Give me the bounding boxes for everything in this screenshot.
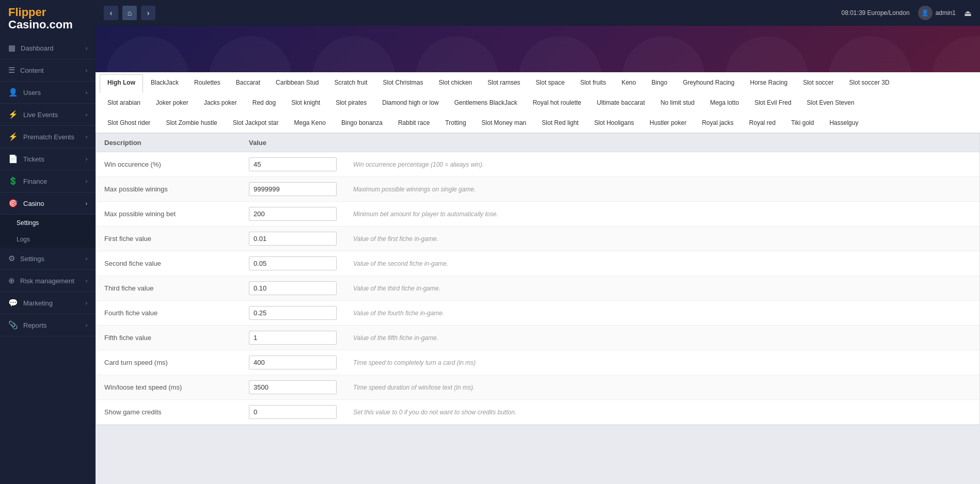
game-tab-royal-red[interactable]: Royal red (741, 115, 783, 131)
game-tab-slot-fruits[interactable]: Slot fruits (573, 74, 614, 90)
game-tab-joker-poker[interactable]: Joker poker (148, 94, 196, 110)
game-tab-greyhound-racing[interactable]: Greyhound Racing (675, 74, 742, 90)
value-input-show-game-credits[interactable] (249, 405, 337, 419)
row-description-fifth-fiche: Fifth fiche value (96, 326, 241, 350)
table-row: First fiche valueValue of the first fich… (96, 227, 979, 251)
game-tab-diamond-high-low[interactable]: Diamond high or low (374, 94, 446, 110)
arrow-icon: › (86, 179, 87, 184)
game-tab-slot-knight[interactable]: Slot knight (283, 94, 328, 110)
row-description-second-fiche: Second fiche value (96, 251, 241, 276)
sidebar-sub-item-settings[interactable]: Settings (0, 215, 96, 231)
topbar-left: ‹ ⌂ › (104, 6, 155, 20)
game-tab-roulettes[interactable]: Roulettes (186, 74, 228, 90)
game-tab-slot-evil-fred[interactable]: Slot Evil Fred (747, 94, 799, 110)
game-tab-baccarat[interactable]: Baccarat (228, 74, 268, 90)
game-tab-royal-hot-roulette[interactable]: Royal hot roulette (525, 94, 589, 110)
game-tab-scratch-fruit[interactable]: Scratch fruit (326, 74, 375, 90)
settings-table-container: Description Value Win occurence (%)Win o… (96, 133, 980, 425)
game-tab-gentlemens-blackjack[interactable]: Gentlemens BlackJack (447, 94, 525, 110)
settings-icon: ⚙ (8, 254, 15, 263)
game-tab-slot-ghost-rider[interactable]: Slot Ghost rider (100, 115, 158, 131)
game-tab-ultimate-baccarat[interactable]: Ultimate baccarat (589, 94, 653, 110)
value-input-win-occurrence[interactable] (249, 157, 337, 171)
forward-button[interactable]: › (141, 6, 155, 20)
game-tab-slot-soccer[interactable]: Slot soccer (795, 74, 841, 90)
game-tab-bingo-bonanza[interactable]: Bingo bonanza (334, 115, 390, 131)
game-tab-rabbit-race[interactable]: Rabbit race (390, 115, 437, 131)
topbar-time: 08:01:39 Europe/London (842, 9, 910, 17)
value-input-max-winnings[interactable] (249, 182, 337, 196)
value-input-win-loose-text-speed[interactable] (249, 380, 337, 394)
sidebar-label-users: Users (23, 89, 41, 96)
sidebar-item-dashboard[interactable]: ▦ Dashboard › (0, 37, 96, 59)
game-tab-caribbean-stud[interactable]: Caribbean Stud (268, 74, 326, 90)
sidebar-sub-item-logs[interactable]: Logs (0, 231, 96, 248)
row-value-cell-fourth-fiche (241, 301, 345, 326)
game-tab-bingo[interactable]: Bingo (644, 74, 675, 90)
game-tab-slot-jackpot-star[interactable]: Slot Jackpot star (225, 115, 287, 131)
game-tab-slot-christmas[interactable]: Slot Christmas (375, 74, 431, 90)
value-input-max-winning-bet[interactable] (249, 207, 337, 221)
col-hint (345, 134, 979, 152)
game-tab-blackjack[interactable]: BlackJack (143, 74, 186, 90)
sidebar-nav: ▦ Dashboard › ☰ Content › 👤 Users › ⚡ (0, 37, 96, 484)
game-tab-tiki-gold[interactable]: Tiki gold (783, 115, 821, 131)
game-tab-high-low[interactable]: High Low (100, 74, 143, 93)
table-row: Card turn speed (ms)Time speed to comple… (96, 350, 979, 375)
sidebar-item-prematch-events[interactable]: ⚡ Prematch Events › (0, 126, 96, 148)
sidebar-item-casino[interactable]: 🎯 Casino › (0, 192, 96, 215)
logout-icon[interactable]: ⏏ (964, 8, 972, 18)
settings-table: Description Value Win occurence (%)Win o… (96, 134, 979, 425)
game-tabs-row2: Slot arabianJoker pokerJacks pokerRed do… (100, 92, 976, 112)
row-value-cell-win-occurrence (241, 152, 345, 177)
game-tab-red-dog[interactable]: Red dog (245, 94, 283, 110)
value-input-third-fiche[interactable] (249, 281, 337, 295)
sidebar-item-reports[interactable]: 📎 Reports › (0, 314, 96, 336)
game-tab-slot-arabian[interactable]: Slot arabian (100, 94, 148, 110)
logo: FlipperCasino.com (0, 0, 96, 37)
row-hint-fourth-fiche: Value of the fourth fiche in-game. (345, 301, 979, 326)
arrow-icon: › (86, 134, 87, 140)
game-tab-horse-racing[interactable]: Horse Racing (742, 74, 795, 90)
sidebar-item-marketing[interactable]: 💬 Marketing › (0, 292, 96, 314)
game-tab-slot-chicken[interactable]: Slot chicken (431, 74, 480, 90)
sidebar-item-tickets[interactable]: 📄 Tickets › (0, 148, 96, 170)
game-tab-mega-lotto[interactable]: Mega lotto (702, 94, 747, 110)
sidebar-item-finance[interactable]: 💲 Finance › (0, 170, 96, 192)
game-tab-slot-hooligans[interactable]: Slot Hooligans (587, 115, 642, 131)
game-tab-mega-keno[interactable]: Mega Keno (286, 115, 333, 131)
row-hint-win-loose-text-speed: Time speed duration of win/lose text (in… (345, 375, 979, 400)
game-tab-royal-jacks[interactable]: Royal jacks (694, 115, 741, 131)
value-input-card-turn-speed[interactable] (249, 356, 337, 369)
game-tab-slot-zombie-hustle[interactable]: Slot Zombie hustle (158, 115, 225, 131)
game-tab-no-limit-stud[interactable]: No limit stud (653, 94, 702, 110)
game-tab-slot-ramses[interactable]: Slot ramses (480, 74, 528, 90)
sidebar-item-risk[interactable]: ⊕ Risk management › (0, 270, 96, 292)
sidebar-label-marketing: Marketing (23, 299, 53, 307)
sidebar-item-live-events[interactable]: ⚡ Live Events › (0, 104, 96, 126)
game-tab-slot-pirates[interactable]: Slot pirates (328, 94, 374, 110)
game-tab-trotting[interactable]: Trotting (437, 115, 473, 131)
back-button[interactable]: ‹ (104, 6, 118, 20)
game-tab-hustler-poker[interactable]: Hustler poker (642, 115, 694, 131)
value-input-fifth-fiche[interactable] (249, 331, 337, 345)
home-button[interactable]: ⌂ (122, 6, 137, 20)
game-tab-slot-space[interactable]: Slot space (528, 74, 573, 90)
sidebar-item-content[interactable]: ☰ Content › (0, 59, 96, 82)
sidebar-item-users[interactable]: 👤 Users › (0, 82, 96, 104)
value-input-fourth-fiche[interactable] (249, 306, 337, 320)
value-input-second-fiche[interactable] (249, 256, 337, 270)
game-tab-slot-soccer-3d[interactable]: Slot soccer 3D (842, 74, 897, 90)
finance-icon: 💲 (8, 176, 18, 186)
game-tab-slot-red-light[interactable]: Slot Red light (534, 115, 586, 131)
arrow-icon: › (86, 68, 87, 73)
game-tab-keno[interactable]: Keno (614, 74, 644, 90)
sidebar-label-casino: Casino (23, 200, 44, 207)
game-tab-slot-even-steven[interactable]: Slot Even Steven (799, 94, 862, 110)
game-tab-jacks-poker[interactable]: Jacks poker (196, 94, 245, 110)
sidebar-item-settings[interactable]: ⚙ Settings › (0, 248, 96, 270)
value-input-first-fiche[interactable] (249, 232, 337, 246)
game-tab-slot-money-man[interactable]: Slot Money man (474, 115, 534, 131)
sidebar-label-prematch: Prematch Events (23, 133, 74, 141)
game-tab-hasselguy[interactable]: Hasselguy (821, 115, 866, 131)
